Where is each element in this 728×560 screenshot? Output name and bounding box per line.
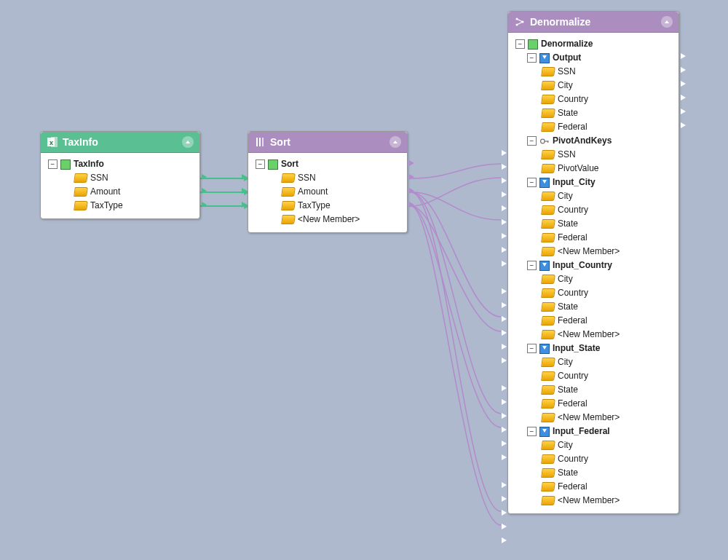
input-port[interactable] <box>500 427 507 433</box>
field-row[interactable]: City <box>511 355 676 369</box>
field-row[interactable]: Federal <box>511 120 676 134</box>
input-port[interactable] <box>500 537 507 543</box>
input-port[interactable] <box>500 399 507 405</box>
output-port[interactable] <box>200 202 207 208</box>
input-port[interactable] <box>240 188 248 194</box>
field-row[interactable]: State <box>511 466 676 480</box>
expander-icon[interactable] <box>256 159 265 169</box>
output-port[interactable] <box>679 95 687 100</box>
field-row[interactable]: Amount <box>251 185 404 199</box>
field-row[interactable]: Federal <box>511 397 676 411</box>
field-row[interactable]: City <box>511 438 676 452</box>
input-port[interactable] <box>500 316 507 322</box>
input-port[interactable] <box>500 261 507 267</box>
expander-icon[interactable] <box>527 53 537 63</box>
output-port[interactable] <box>679 122 687 128</box>
field-row[interactable]: State <box>511 300 676 314</box>
field-row[interactable]: State <box>511 383 676 397</box>
input-port[interactable] <box>500 344 507 350</box>
field-row[interactable]: Federal <box>511 480 676 494</box>
input-port[interactable] <box>500 192 507 197</box>
expander-icon[interactable] <box>48 159 58 169</box>
output-port[interactable] <box>408 188 415 194</box>
node-sort-titlebar[interactable]: Sort <box>248 132 407 153</box>
input-port[interactable] <box>500 205 507 211</box>
input-port[interactable] <box>240 202 248 208</box>
input-port[interactable] <box>500 164 507 170</box>
input-port[interactable] <box>500 496 507 502</box>
input-port[interactable] <box>500 150 507 156</box>
field-row[interactable]: Country <box>511 452 676 466</box>
input-port[interactable] <box>500 441 507 446</box>
expander-icon[interactable] <box>527 427 537 436</box>
field-row[interactable]: SSN <box>251 171 404 185</box>
group-input-city[interactable]: Input_City <box>511 176 676 189</box>
node-taxinfo[interactable]: x TaxInfo TaxInfo SSN Amount TaxType <box>40 131 200 219</box>
output-port[interactable] <box>679 67 687 73</box>
input-port[interactable] <box>500 510 507 516</box>
field-row[interactable]: SSN <box>44 171 197 185</box>
node-denorm-collapse[interactable] <box>661 16 673 28</box>
node-denorm-titlebar[interactable]: Denormalize <box>508 12 678 33</box>
field-row-new[interactable]: <New Member> <box>251 213 404 226</box>
group-pivot[interactable]: PivotAndKeys <box>511 134 676 148</box>
field-row[interactable]: Country <box>511 203 676 217</box>
input-port[interactable] <box>500 219 507 225</box>
diagram-canvas[interactable]: { "nodes": { "taxinfo": { "title": "TaxI… <box>0 0 728 560</box>
output-port[interactable] <box>408 160 415 166</box>
node-taxinfo-collapse[interactable] <box>182 136 194 148</box>
field-row-new[interactable]: <New Member> <box>511 494 676 508</box>
input-port[interactable] <box>500 454 507 460</box>
expander-icon[interactable] <box>527 344 537 353</box>
node-denormalize[interactable]: Denormalize Denormalize Output SSN City … <box>507 11 679 514</box>
field-row[interactable]: TaxType <box>44 199 197 213</box>
input-port[interactable] <box>500 178 507 184</box>
input-port[interactable] <box>500 302 507 308</box>
input-port[interactable] <box>500 288 507 294</box>
input-port[interactable] <box>500 413 507 419</box>
node-sort[interactable]: Sort Sort SSN Amount TaxType <New Member… <box>248 131 408 233</box>
field-row[interactable]: SSN <box>511 65 676 79</box>
field-row[interactable]: Amount <box>44 185 197 199</box>
tree-root[interactable]: Sort <box>251 157 404 171</box>
input-port[interactable] <box>500 385 507 391</box>
group-input-country[interactable]: Input_Country <box>511 259 676 272</box>
field-row[interactable]: Country <box>511 92 676 106</box>
input-port[interactable] <box>500 524 507 529</box>
input-port[interactable] <box>500 247 507 253</box>
field-row[interactable]: Country <box>511 369 676 383</box>
expander-icon[interactable] <box>527 261 537 270</box>
field-row-new[interactable]: <New Member> <box>511 411 676 425</box>
field-row-new[interactable]: <New Member> <box>511 245 676 259</box>
field-row-new[interactable]: <New Member> <box>511 328 676 342</box>
output-port[interactable] <box>200 188 207 194</box>
node-sort-collapse[interactable] <box>389 136 401 148</box>
field-row[interactable]: PivotValue <box>511 162 676 176</box>
expander-icon[interactable] <box>527 136 537 146</box>
field-row[interactable]: Country <box>511 286 676 300</box>
field-row[interactable]: City <box>511 79 676 92</box>
group-input-federal[interactable]: Input_Federal <box>511 425 676 438</box>
input-port[interactable] <box>500 330 507 336</box>
expander-icon[interactable] <box>527 178 537 187</box>
input-port[interactable] <box>500 358 507 363</box>
output-port[interactable] <box>408 202 415 208</box>
field-row[interactable]: Federal <box>511 231 676 245</box>
tree-root[interactable]: Denormalize <box>511 37 676 51</box>
output-port[interactable] <box>200 174 207 180</box>
field-row[interactable]: SSN <box>511 148 676 162</box>
input-port[interactable] <box>240 174 248 180</box>
tree-root[interactable]: TaxInfo <box>44 157 197 171</box>
output-port[interactable] <box>679 53 687 59</box>
field-row[interactable]: City <box>511 272 676 286</box>
group-input-state[interactable]: Input_State <box>511 342 676 355</box>
group-output[interactable]: Output <box>511 51 676 65</box>
field-row[interactable]: TaxType <box>251 199 404 213</box>
input-port[interactable] <box>500 233 507 239</box>
field-row[interactable]: City <box>511 189 676 203</box>
field-row[interactable]: Federal <box>511 314 676 328</box>
output-port[interactable] <box>679 81 687 87</box>
input-port[interactable] <box>500 482 507 488</box>
output-port[interactable] <box>408 174 415 180</box>
node-taxinfo-titlebar[interactable]: x TaxInfo <box>41 132 199 153</box>
